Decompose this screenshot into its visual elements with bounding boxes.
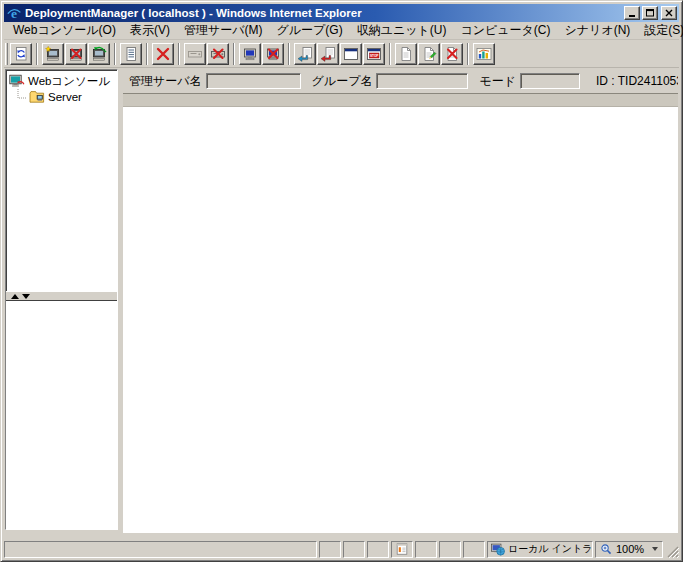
client-area: Webコンソール Server 管理サーバ名 グループ名 モード (4, 68, 679, 537)
tree-view: Webコンソール Server (6, 70, 117, 291)
delete-scenario-button[interactable] (441, 43, 463, 65)
content-body (123, 107, 678, 533)
status-pane-1 (319, 541, 341, 558)
minimize-button[interactable] (624, 6, 640, 20)
report-button[interactable] (473, 43, 495, 65)
add-management-server-button[interactable] (42, 43, 64, 65)
new-scenario-button[interactable] (395, 43, 417, 65)
add-computer-button[interactable] (239, 43, 261, 65)
session-id-text: ID : TID2411053 (596, 74, 678, 88)
menu-item-view[interactable]: 表示(V) (123, 21, 177, 40)
resize-grip[interactable] (665, 541, 679, 558)
content-header-strip (123, 93, 678, 107)
toolbar-separator (36, 43, 38, 65)
menu-bar: Webコンソール(O)表示(V)管理サーバ(M)グループ(G)収納ユニット(U)… (4, 22, 679, 40)
edit-scenario-button[interactable] (418, 43, 440, 65)
toolbar-grip (5, 43, 8, 65)
move-page-button[interactable] (317, 43, 339, 65)
tree-panel-lower (6, 301, 117, 529)
status-main-pane (4, 541, 317, 558)
document-icon (398, 46, 414, 62)
menu-item-scenario[interactable]: シナリオ(N) (558, 21, 638, 40)
maximize-button[interactable] (642, 6, 658, 20)
server-add-icon (45, 46, 61, 62)
internet-explorer-icon: e (6, 5, 22, 21)
menu-item-computer[interactable]: コンピュータ(C) (453, 21, 557, 40)
status-pane-3 (367, 541, 389, 558)
chart-icon (476, 46, 492, 62)
status-bar: ローカル イントラネット 100% (4, 537, 679, 558)
delete-management-server-button[interactable] (65, 43, 87, 65)
page-arrow-red-icon (320, 46, 336, 62)
intranet-zone-icon (491, 542, 505, 556)
status-small-panes (319, 541, 485, 558)
status-pane-4 (391, 541, 413, 558)
toolbar-separator (288, 43, 290, 65)
tree-item-web-console-label: Webコンソール (28, 74, 110, 89)
toolbar-separator (114, 43, 116, 65)
menu-item-settings[interactable]: 設定(S) (637, 21, 683, 40)
zoom-level: 100% (616, 543, 644, 555)
tree-connector (17, 89, 26, 105)
unit-icon (187, 46, 203, 62)
svg-text:STOP: STOP (370, 53, 379, 57)
title-bar: e DeploymentManager ( localhost ) - Wind… (4, 4, 679, 22)
splitter-collapse-down-icon[interactable] (22, 294, 30, 299)
status-pane-6 (439, 541, 461, 558)
splitter-collapse-up-icon[interactable] (11, 294, 19, 299)
tree-item-server-label: Server (48, 91, 82, 103)
delete-x-icon (155, 46, 171, 62)
delete-computer-button[interactable] (262, 43, 284, 65)
window-icon (343, 46, 359, 62)
window-controls (624, 6, 677, 20)
refresh-icon (13, 46, 29, 62)
mode-label: モード (479, 73, 516, 90)
form-bar: 管理サーバ名 グループ名 モード ID : TID2411053 (123, 69, 678, 93)
menu-item-management-server[interactable]: 管理サーバ(M) (177, 21, 270, 40)
tree-item-web-console[interactable]: Webコンソール (9, 73, 117, 89)
close-button[interactable] (661, 6, 677, 20)
content-area (123, 93, 678, 533)
security-zone-label: ローカル イントラネット (508, 542, 593, 556)
tree-splitter[interactable] (6, 291, 117, 301)
server-folder-icon (29, 89, 45, 105)
stop-scenario-button[interactable]: STOP (363, 43, 385, 65)
web-console-icon (9, 73, 25, 89)
toolbar-separator (178, 43, 180, 65)
main-pane: 管理サーバ名 グループ名 モード ID : TID2411053 (123, 69, 678, 537)
toolbar: STOP (4, 40, 679, 68)
delete-button[interactable] (152, 43, 174, 65)
management-server-name-field[interactable] (206, 73, 301, 89)
menu-item-web-console[interactable]: Webコンソール(O) (6, 21, 123, 40)
server-refresh-icon (91, 46, 107, 62)
magnifier-icon (600, 543, 613, 556)
zoom-dropdown-icon[interactable] (652, 547, 658, 551)
document-delete-icon (444, 46, 460, 62)
toolbar-separator (233, 43, 235, 65)
document-edit-icon (421, 46, 437, 62)
detail-view-button[interactable] (120, 43, 142, 65)
svg-text:e: e (11, 6, 17, 21)
group-name-field[interactable] (376, 73, 468, 89)
delete-storage-unit-button[interactable] (207, 43, 229, 65)
mode-field[interactable] (520, 73, 580, 89)
status-pane-7 (463, 541, 485, 558)
tree-panel: Webコンソール Server (5, 69, 118, 530)
tree-item-server[interactable]: Server (17, 89, 117, 105)
add-storage-unit-button[interactable] (184, 43, 206, 65)
page-arrow-blue-icon (297, 46, 313, 62)
refresh-management-server-button[interactable] (88, 43, 110, 65)
new-window-button[interactable] (340, 43, 362, 65)
group-name-label: グループ名 (312, 73, 373, 90)
menu-item-group[interactable]: グループ(G) (269, 21, 349, 40)
refresh-button[interactable] (10, 43, 32, 65)
zoom-control[interactable]: 100% (595, 541, 663, 558)
server-delete-icon (68, 46, 84, 62)
window-title: DeploymentManager ( localhost ) - Window… (25, 7, 621, 19)
computer-delete-icon (265, 46, 281, 62)
unit-delete-icon (210, 46, 226, 62)
copy-page-button[interactable] (294, 43, 316, 65)
deployment-manager-window: e DeploymentManager ( localhost ) - Wind… (0, 0, 683, 562)
menu-item-storage-unit[interactable]: 収納ユニット(U) (350, 21, 454, 40)
page-status-icon (395, 542, 409, 556)
